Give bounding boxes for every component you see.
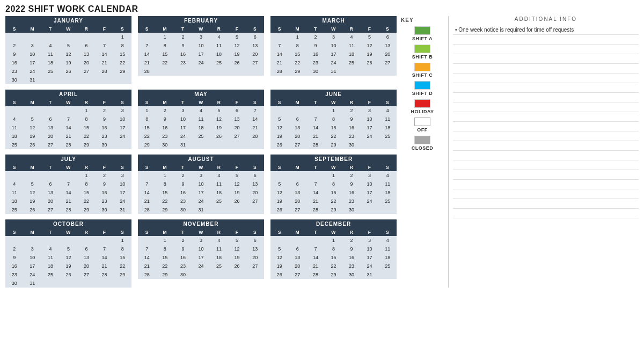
calendar-table: SMTWRFS123456789101112131415161718192021… bbox=[5, 164, 131, 214]
day-header: W bbox=[325, 99, 343, 106]
calendar-cell: 18 bbox=[5, 197, 24, 205]
info-row bbox=[453, 35, 639, 45]
calendar-cell: 21 bbox=[306, 197, 325, 205]
calendar-cell: 21 bbox=[138, 58, 156, 67]
calendar-cell: 14 bbox=[138, 188, 156, 197]
calendar-cell: 19 bbox=[361, 50, 379, 58]
key-section: KEY SHIFT ASHIFT BSHIFT CSHIFT DHOLIDAYO… bbox=[401, 16, 444, 288]
day-header: W bbox=[60, 164, 78, 171]
calendar-cell: 28 bbox=[138, 67, 156, 76]
calendar-cell: 7 bbox=[306, 245, 325, 253]
calendar-cell: 11 bbox=[210, 41, 228, 50]
day-header: F bbox=[361, 99, 379, 106]
day-header: S bbox=[138, 25, 156, 33]
calendar-cell: 25 bbox=[41, 270, 60, 279]
calendar-cell: 5 bbox=[270, 180, 289, 188]
calendar-cell: 2 bbox=[174, 33, 192, 41]
calendar-table: SMTWRFS123456789101112131415161718192021… bbox=[5, 99, 131, 149]
calendar-cell: 10 bbox=[192, 41, 210, 50]
calendar-cell bbox=[378, 270, 397, 279]
calendar-cell: 10 bbox=[24, 253, 42, 262]
key-item-shift-d: SHIFT D bbox=[401, 81, 444, 96]
calendar-cell: 20 bbox=[289, 262, 307, 270]
day-header: S bbox=[270, 229, 289, 236]
calendar-cell: 7 bbox=[246, 106, 264, 115]
calendar-cell: 10 bbox=[113, 115, 131, 123]
info-row bbox=[453, 189, 639, 199]
calendar-cell: 24 bbox=[361, 197, 379, 205]
info-rows: • One week notice is required for time o… bbox=[453, 25, 639, 218]
calendar-cell: 22 bbox=[77, 197, 96, 205]
day-header: S bbox=[270, 99, 289, 106]
calendar-cell: 2 bbox=[306, 33, 325, 41]
calendar-cell: 12 bbox=[24, 123, 42, 132]
calendar-cell: 14 bbox=[138, 253, 156, 262]
day-header: S bbox=[246, 25, 264, 33]
day-header: R bbox=[210, 164, 228, 171]
calendar-cell: 4 bbox=[5, 115, 24, 123]
calendar-cell bbox=[138, 236, 156, 245]
calendar-header: JUNE bbox=[270, 90, 397, 99]
calendar-cell: 8 bbox=[156, 245, 174, 253]
info-row bbox=[453, 64, 639, 74]
calendar-cell: 6 bbox=[378, 33, 397, 41]
calendar-cell: 9 bbox=[342, 180, 361, 188]
calendar-cell: 19 bbox=[60, 262, 78, 270]
key-color-box bbox=[414, 136, 430, 144]
additional-info-title: ADDITIONAL INFO bbox=[453, 16, 639, 22]
calendar-cell bbox=[96, 279, 114, 288]
calendar-cell: 3 bbox=[113, 171, 131, 180]
info-row: • One week notice is required for time o… bbox=[453, 25, 639, 35]
calendar-cell: 17 bbox=[361, 253, 379, 262]
calendar-table: SMTWRFS123456789101112131415161718192021… bbox=[270, 229, 397, 279]
calendar-cell bbox=[228, 205, 246, 214]
day-header: T bbox=[41, 25, 60, 33]
calendar-cell bbox=[41, 106, 60, 115]
calendar-cell: 6 bbox=[246, 236, 264, 245]
calendar-january: JANUARYSMTWRFS12345678910111213141516171… bbox=[5, 16, 131, 84]
calendar-cell bbox=[289, 171, 307, 180]
calendar-cell: 20 bbox=[41, 197, 60, 205]
calendar-cell: 14 bbox=[246, 115, 264, 123]
calendar-cell: 26 bbox=[24, 205, 42, 214]
day-header: S bbox=[270, 164, 289, 171]
calendar-cell: 12 bbox=[270, 188, 289, 197]
calendar-cell: 27 bbox=[246, 197, 264, 205]
info-row bbox=[453, 45, 639, 54]
day-header: S bbox=[246, 164, 264, 171]
calendar-cell: 30 bbox=[5, 76, 24, 84]
calendar-cell: 29 bbox=[156, 205, 174, 214]
calendar-cell: 1 bbox=[77, 171, 96, 180]
day-header: F bbox=[228, 164, 246, 171]
day-header: F bbox=[96, 99, 114, 106]
day-header: M bbox=[156, 99, 174, 106]
calendar-cell: 21 bbox=[138, 262, 156, 270]
calendar-cell: 16 bbox=[342, 188, 361, 197]
day-header: T bbox=[306, 99, 325, 106]
calendar-cell: 4 bbox=[41, 245, 60, 253]
calendar-cell: 18 bbox=[342, 50, 361, 58]
key-title: KEY bbox=[401, 17, 444, 23]
calendar-cell: 29 bbox=[325, 270, 343, 279]
calendar-header: JULY bbox=[5, 155, 131, 164]
calendar-cell bbox=[174, 67, 192, 76]
calendar-cell: 27 bbox=[41, 141, 60, 149]
calendar-cell: 16 bbox=[342, 123, 361, 132]
calendar-cell: 18 bbox=[378, 253, 397, 262]
info-row bbox=[453, 199, 639, 209]
day-header: W bbox=[192, 99, 210, 106]
calendar-cell: 10 bbox=[24, 50, 42, 58]
calendar-cell: 14 bbox=[60, 123, 78, 132]
calendar-cell: 3 bbox=[192, 236, 210, 245]
calendar-cell bbox=[156, 67, 174, 76]
calendar-cell bbox=[138, 33, 156, 41]
calendar-cell: 13 bbox=[246, 41, 264, 50]
calendar-cell: 17 bbox=[325, 50, 343, 58]
calendar-cell: 8 bbox=[289, 41, 307, 50]
calendar-cell: 7 bbox=[138, 180, 156, 188]
calendar-cell: 26 bbox=[228, 197, 246, 205]
calendar-cell: 12 bbox=[210, 115, 228, 123]
calendar-header: AUGUST bbox=[138, 155, 264, 164]
calendar-cell: 7 bbox=[96, 41, 114, 50]
calendar-header: FEBRUARY bbox=[138, 16, 264, 25]
